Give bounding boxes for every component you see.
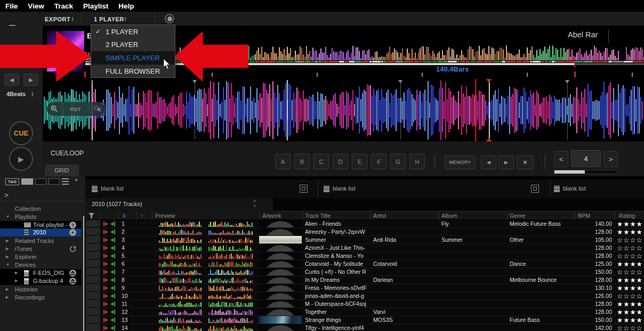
search-forward-button[interactable]: ▶ xyxy=(23,74,38,86)
column-header-rating[interactable]: Rating xyxy=(619,212,635,219)
sidebar-item-explorer[interactable]: ▶Explorer xyxy=(0,253,81,261)
beat-jump-chevrons-icon[interactable]: ▲▼ xyxy=(31,92,34,97)
preview-waveform[interactable] xyxy=(156,229,255,235)
preview-waveform[interactable] xyxy=(156,245,255,251)
track-rating[interactable]: ★★★★ xyxy=(617,220,644,228)
zoom-in-icon[interactable] xyxy=(51,105,58,113)
preview-waveform[interactable] xyxy=(156,309,255,315)
page-next-button[interactable]: > xyxy=(603,151,618,167)
palette-collapse-icon[interactable]: ▼ xyxy=(74,178,78,183)
hot-cue-h-button[interactable]: H xyxy=(409,154,425,169)
preview-waveform[interactable] xyxy=(156,325,255,331)
color-swatch-button[interactable] xyxy=(21,178,33,185)
track-row-11[interactable]: 11M - Outerspace-6CF4soj128.00★★★★ xyxy=(85,300,644,308)
eject-badge-icon[interactable] xyxy=(69,270,76,277)
expand-arrow-icon[interactable]: ▶ xyxy=(15,271,18,275)
expand-arrow-icon[interactable]: ▶ xyxy=(15,279,18,283)
player-mode-chevrons-icon[interactable]: ▲▼ xyxy=(124,17,127,22)
expand-arrow-icon[interactable]: ▶ xyxy=(6,239,9,243)
track-rating[interactable]: ★★★★ xyxy=(617,284,644,292)
sidebar-item-related-tracks[interactable]: ▶Related Tracks xyxy=(0,237,81,245)
preview-waveform[interactable] xyxy=(156,277,255,283)
preview-waveform[interactable] xyxy=(156,221,255,227)
help-badge-icon[interactable]: ? xyxy=(69,222,76,228)
page-previous-button[interactable]: < xyxy=(554,151,568,167)
sidebar-back-arrow[interactable]: > xyxy=(4,191,9,199)
search-back-button[interactable]: ◀ xyxy=(4,74,19,86)
player-mode-selector[interactable]: 1 PLAYER xyxy=(94,16,124,22)
preview-waveform[interactable] xyxy=(156,269,255,275)
eject-badge-icon[interactable] xyxy=(69,278,76,285)
menu-view[interactable]: View xyxy=(28,2,44,10)
expand-arrow-icon[interactable]: ▶ xyxy=(6,247,9,251)
blank-list-label[interactable]: blank list xyxy=(101,185,124,192)
blank-list-label[interactable]: blank list xyxy=(563,185,586,192)
track-row-8[interactable]: 8In My DreamsDarieanMelbourne Bounce128.… xyxy=(85,276,644,284)
track-rating[interactable]: ★★★★ xyxy=(617,316,644,324)
track-rating[interactable]: ★★★★ xyxy=(617,300,644,308)
expand-arrow-icon[interactable]: ▶ xyxy=(6,255,9,259)
collapse-arrow-icon[interactable]: ▼ xyxy=(6,215,10,218)
export-mode-selector[interactable]: EXPORT xyxy=(45,16,70,22)
menu-track[interactable]: Track xyxy=(54,2,73,10)
memory-button[interactable]: MEMORY xyxy=(445,155,476,169)
page-scroll-thumb[interactable] xyxy=(554,170,585,174)
preview-waveform[interactable] xyxy=(156,285,255,291)
track-row-5[interactable]: 5Clemslize & Nanso - Yo128.00☆☆☆☆ xyxy=(85,252,644,260)
overview-progress-remaining[interactable] xyxy=(575,63,644,65)
sidebar-item-recordings[interactable]: ▶Recordings xyxy=(0,294,81,302)
panel-link-button[interactable] xyxy=(300,185,308,193)
preview-waveform[interactable] xyxy=(156,261,255,267)
expand-arrow-icon[interactable]: ▶ xyxy=(6,295,9,300)
sidebar-item-trial-playlist-[interactable]: Trial playlist -? xyxy=(0,221,81,229)
zoom-reset-button[interactable]: RST xyxy=(70,106,82,112)
expand-arrow-icon[interactable]: ▶ xyxy=(6,287,9,291)
refresh-badge-icon[interactable] xyxy=(69,246,76,253)
track-rating[interactable]: ★★★★ xyxy=(617,260,644,268)
hot-cue-c-button[interactable]: C xyxy=(313,154,329,169)
track-row-1[interactable]: 1Alien - FriendsFlyMelodic Future Bass14… xyxy=(85,220,644,228)
blank-list-label[interactable]: blank list xyxy=(333,185,356,192)
track-row-4[interactable]: 4AziomX - Just Like This-128.00☆☆☆☆ xyxy=(85,244,644,252)
track-rating[interactable]: ☆☆☆☆ xyxy=(617,244,644,252)
dropdown-item-2-player[interactable]: 2 PLAYER xyxy=(91,38,175,52)
waveform-scroll-left-icon[interactable]: < xyxy=(93,102,106,116)
memory-next-button[interactable]: ▶ xyxy=(498,155,514,169)
column-header-preview[interactable]: Preview xyxy=(155,212,175,219)
menu-file[interactable]: File xyxy=(5,2,18,10)
track-row-13[interactable]: 13Strange thingsMOS3SFuture Bass150.00★★… xyxy=(85,316,644,324)
preview-waveform[interactable] xyxy=(156,317,255,323)
tag-filter-button[interactable]: TAG xyxy=(5,178,19,185)
track-row-9[interactable]: 9Fresa - Memories-sDvdF130.10★★★★ xyxy=(85,284,644,292)
main-waveform[interactable] xyxy=(43,79,644,141)
column-header-album[interactable]: Album xyxy=(441,212,457,219)
sidebar-item-playlists[interactable]: ▼Playlists xyxy=(0,213,81,221)
hot-cue-d-button[interactable]: D xyxy=(333,154,348,169)
cue-button[interactable]: CUE xyxy=(9,121,33,145)
sidebar-item-devices[interactable]: ▼Devices xyxy=(0,261,81,269)
track-row-2[interactable]: 2Alreezky - Party!-2qxvW128.00★★★★ xyxy=(85,228,644,236)
grid-tab[interactable]: GRID xyxy=(45,164,79,176)
hot-cue-b-button[interactable]: B xyxy=(294,154,310,169)
track-rating[interactable]: ★★★★ xyxy=(617,308,644,316)
column-header-artwork[interactable]: Artwork xyxy=(262,212,281,219)
sidebar-item-f-eos-dig[interactable]: ▶F:EOS_DIG xyxy=(0,269,81,277)
playlist-expand-chevrons-icon[interactable]: ˄˅ xyxy=(253,199,256,209)
play-button[interactable]: ▶ xyxy=(9,147,33,171)
page-scroll-bar[interactable] xyxy=(554,170,618,174)
hot-cue-g-button[interactable]: G xyxy=(390,154,406,169)
track-rating[interactable]: ☆☆☆☆ xyxy=(617,268,644,276)
preview-waveform[interactable] xyxy=(156,293,255,299)
panel-link-button[interactable] xyxy=(531,185,539,193)
sidebar-item-g-backup-4[interactable]: ▶G:backup 4 xyxy=(0,277,81,285)
sidebar-item-itunes[interactable]: ▶iTunes xyxy=(0,245,81,253)
column-header-title[interactable]: Track Title xyxy=(305,212,331,219)
track-row-3[interactable]: 3SummerArdi RidaSummerOther105.00☆☆☆☆ xyxy=(85,236,644,244)
track-rating[interactable]: ☆☆☆☆ xyxy=(617,324,644,331)
menu-playlist[interactable]: Playlist xyxy=(83,2,108,10)
sort-ascending-icon[interactable]: ↑ xyxy=(141,212,143,219)
track-row-7[interactable]: 7Curtis (·«ñ) - No Other R150.00☆☆☆☆ xyxy=(85,268,644,276)
hot-cue-a-button[interactable]: A xyxy=(275,154,291,169)
hot-cue-f-button[interactable]: F xyxy=(371,154,387,169)
add-badge-icon[interactable]: + xyxy=(69,229,76,236)
